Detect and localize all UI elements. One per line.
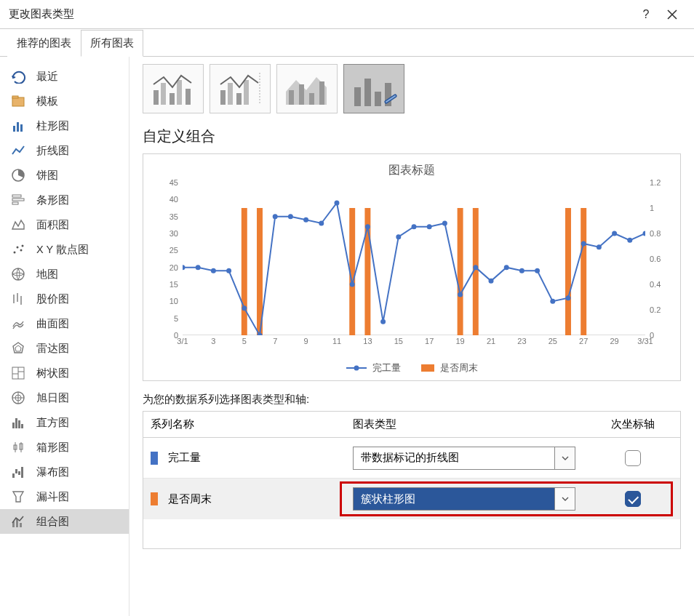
svg-point-96 [550,299,555,304]
line-icon [10,143,26,159]
svg-rect-39 [21,467,23,478]
tab-all-charts[interactable]: 所有图表 [81,30,143,57]
sidebar-item-label: 模板 [36,95,58,108]
sidebar-item-label: 条形图 [36,193,69,207]
x-tick: 29 [610,337,618,345]
series-row-1: 是否周末簇状柱形图 [143,479,680,519]
y-right-tick: 0.2 [650,305,661,314]
x-tick: 25 [549,337,557,345]
series-table-head: 系列名称 图表类型 次坐标轴 [143,412,680,438]
sidebar-item-area[interactable]: 面积图 [0,212,129,237]
boxwhisker-icon [10,439,26,455]
subtype-option-3[interactable] [343,64,404,113]
x-tick: 5 [242,337,247,345]
secondary-axis-checkbox[interactable] [625,491,641,507]
subtype-icon [216,70,264,108]
combo-icon [10,513,26,529]
surface-icon [10,316,26,332]
svg-rect-50 [228,83,233,105]
svg-point-76 [242,305,247,311]
secondary-axis-cell [586,444,680,472]
sidebar-item-pie[interactable]: 饼图 [0,163,129,188]
svg-point-85 [380,319,386,324]
help-button[interactable]: ? [633,1,659,28]
svg-rect-37 [15,469,17,473]
svg-point-11 [17,247,19,249]
y-left-tick: 35 [169,212,178,221]
y-left-tick: 40 [169,195,178,204]
svg-point-13 [22,245,24,247]
sidebar-item-stock[interactable]: 股价图 [0,287,129,311]
series-swatch-icon [151,452,158,465]
sidebar-item-label: 箱形图 [36,441,69,455]
x-tick: 27 [579,337,588,345]
sidebar-item-map[interactable]: 地图 [0,262,129,287]
svg-rect-48 [186,89,191,105]
x-tick: 17 [425,337,434,345]
legend-line-icon [346,367,367,369]
svg-point-83 [350,282,355,287]
svg-rect-36 [12,473,15,478]
chart-type-dropdown[interactable]: 簇状柱形图 [353,487,575,511]
svg-rect-58 [319,81,324,105]
sidebar-item-funnel[interactable]: 漏斗图 [0,484,129,509]
sidebar-item-scatter[interactable]: X Y 散点图 [0,237,129,262]
svg-rect-68 [458,208,463,335]
svg-rect-4 [20,124,23,132]
close-button[interactable] [659,1,685,28]
svg-point-73 [196,265,201,270]
x-tick: 7 [273,337,277,345]
subtype-option-2[interactable] [276,64,338,113]
sidebar-item-treemap[interactable]: 树状图 [0,361,129,385]
svg-rect-56 [299,84,304,105]
sidebar-item-column[interactable]: 柱形图 [0,113,129,138]
sidebar-item-bar[interactable]: 条形图 [0,188,129,212]
plot-area [183,183,645,335]
sidebar-item-label: 直方图 [36,416,69,430]
y-left-tick: 45 [169,178,178,187]
subtype-option-0[interactable] [143,64,204,113]
series-prompt: 为您的数据系列选择图表类型和轴: [143,393,681,407]
sidebar-item-boxwhisker[interactable]: 箱形图 [0,435,129,460]
sidebar-item-waterfall[interactable]: 瀑布图 [0,460,129,484]
chevron-down-icon[interactable] [554,447,575,469]
sidebar-item-sunburst[interactable]: 旭日图 [0,385,129,410]
svg-point-14 [12,268,24,280]
sidebar-item-surface[interactable]: 曲面图 [0,311,129,336]
svg-rect-0 [12,97,24,106]
col-header-secondary: 次坐标轴 [586,412,680,437]
svg-point-79 [288,214,293,219]
dialog-title: 更改图表类型 [9,7,633,21]
sidebar-item-label: 折线图 [36,144,69,158]
radar-icon [10,340,26,356]
svg-rect-52 [244,80,249,105]
secondary-axis-cell [586,485,680,513]
svg-point-80 [303,217,308,223]
svg-marker-40 [13,492,23,502]
tab-recommended[interactable]: 推荐的图表 [7,30,81,57]
chart-type-dropdown[interactable]: 带数据标记的折线图 [353,447,575,470]
bar-icon [10,192,26,208]
svg-rect-64 [242,208,247,335]
svg-rect-44 [153,90,159,105]
chevron-down-icon[interactable] [554,488,575,510]
svg-rect-43 [20,523,22,527]
sidebar-item-radar[interactable]: 雷达图 [0,336,129,361]
y-left-tick: 5 [174,314,178,323]
svg-point-89 [442,221,447,226]
sidebar-item-combo[interactable]: 组合图 [0,509,129,534]
y-left-tick: 20 [169,263,178,272]
legend-bar-icon [421,364,434,372]
series-name-cell: 完工量 [143,445,346,471]
sidebar-item-line[interactable]: 折线图 [0,138,129,163]
series-table-padding [143,519,680,548]
y-right-tick: 1.2 [650,178,661,187]
secondary-axis-checkbox[interactable] [625,450,641,466]
sidebar-item-template[interactable]: 模板 [0,89,129,113]
col-header-type: 图表类型 [346,412,586,437]
svg-point-78 [273,214,278,219]
sidebar-item-recent[interactable]: 最近 [0,64,129,89]
subtype-option-1[interactable] [210,64,271,113]
sidebar-item-histogram[interactable]: 直方图 [0,410,129,435]
sidebar-item-label: 组合图 [36,515,69,529]
